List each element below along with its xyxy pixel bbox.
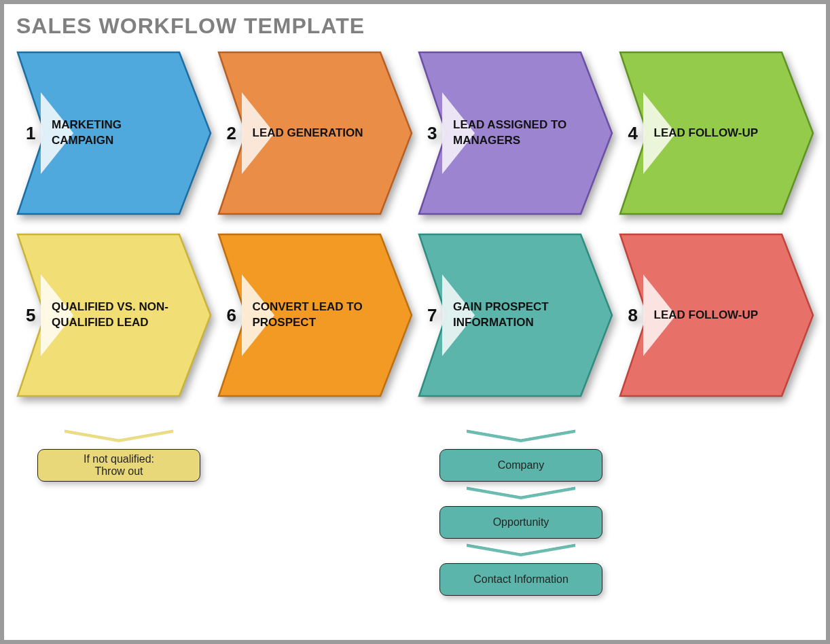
step-number: 7 [427, 305, 441, 326]
step-number: 8 [628, 305, 642, 326]
step-number: 5 [26, 305, 39, 326]
workflow-step-7: 7 GAIN PROSPECT INFORMATION [418, 233, 613, 397]
step-label: MARKETING CAMPAIGN [52, 118, 174, 149]
sub-prospect-pill-1: Company [439, 449, 602, 482]
step-label: LEAD FOLLOW-UP [654, 308, 759, 323]
diagram-frame: SALES WORKFLOW TEMPLATE 1 MARKETING CAMP… [0, 0, 830, 644]
step-number: 2 [227, 123, 240, 144]
workflow-step-1: 1 MARKETING CAMPAIGN [16, 51, 212, 215]
step-label: LEAD ASSIGNED TO MANAGERS [453, 118, 575, 149]
workflow-step-2: 2 LEAD GENERATION [217, 51, 413, 215]
sub-prospect-pill-2: Opportunity [439, 506, 602, 539]
sub-qualified-chevron-icon [58, 429, 180, 445]
step-label: GAIN PROSPECT INFORMATION [453, 300, 575, 331]
sub-qualified-pill-1: If not qualified: Throw out [37, 449, 200, 482]
step-label: CONVERT LEAD TO PROSPECT [253, 300, 375, 331]
workflow-step-6: 6 CONVERT LEAD TO PROSPECT [217, 233, 413, 397]
sub-prospect-column: Company Opportunity Contact Information [429, 429, 613, 596]
workflow-step-4: 4 LEAD FOLLOW-UP [619, 51, 814, 215]
sub-prospect-pill-3: Contact Information [439, 563, 602, 596]
step-number: 4 [628, 123, 642, 144]
step-label: QUALIFIED VS. NON-QUALIFIED LEAD [52, 300, 174, 331]
workflow-step-8: 8 LEAD FOLLOW-UP [619, 233, 814, 397]
workflow-step-3: 3 LEAD ASSIGNED TO MANAGERS [418, 51, 613, 215]
step-label: LEAD FOLLOW-UP [654, 126, 759, 141]
step-number: 3 [427, 123, 441, 144]
workflow-row-2: 5 QUALIFIED VS. NON-QUALIFIED LEAD 6 CON… [16, 233, 814, 397]
workflow-row-1: 1 MARKETING CAMPAIGN 2 LEAD GENERATION [16, 51, 814, 215]
page-title: SALES WORKFLOW TEMPLATE [16, 14, 814, 39]
sub-qualified-pill-label: If not qualified: Throw out [84, 453, 154, 478]
sub-prospect-chevron-icon [460, 486, 582, 502]
sub-prospect-pill-label: Opportunity [493, 516, 549, 529]
workflow-rows: 1 MARKETING CAMPAIGN 2 LEAD GENERATION [16, 51, 814, 397]
step-number: 1 [26, 123, 39, 144]
sub-prospect-chevron-icon [460, 543, 582, 559]
sub-qualified-column: If not qualified: Throw out [27, 429, 211, 482]
step-label: LEAD GENERATION [253, 126, 363, 141]
sub-prospect-pill-label: Company [498, 459, 544, 471]
sub-prospect-chevron-icon [460, 429, 582, 445]
workflow-step-5: 5 QUALIFIED VS. NON-QUALIFIED LEAD [16, 233, 212, 397]
sub-prospect-pill-label: Contact Information [473, 573, 569, 586]
step-number: 6 [227, 305, 240, 326]
